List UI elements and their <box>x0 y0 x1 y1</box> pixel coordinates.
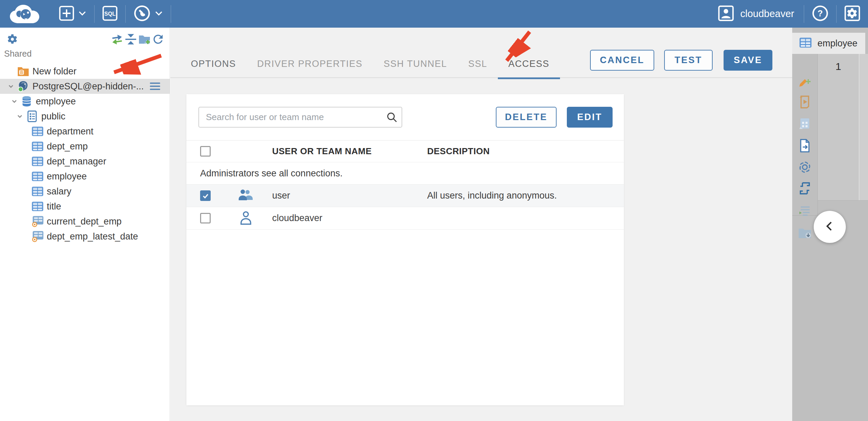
access-row-cloudbeaver[interactable]: cloudbeaver <box>186 207 624 230</box>
tab-ssl[interactable]: SSL <box>458 49 498 78</box>
table-icon <box>31 125 44 137</box>
admin-notice: Administrators see all connections. <box>186 162 624 185</box>
tree-node-dept-manager[interactable]: dept_manager <box>0 154 170 169</box>
tree-node-label: title <box>47 201 61 212</box>
column-user-or-team-name: USER OR TEAM NAME <box>272 146 427 157</box>
sync-arrows-icon <box>110 32 124 47</box>
gear-icon <box>5 32 18 47</box>
tree-node-salary[interactable]: salary <box>0 184 170 199</box>
tools-button[interactable] <box>126 0 171 28</box>
tree-indent <box>19 170 31 183</box>
tree-node-label: salary <box>47 186 71 197</box>
search-box <box>198 107 402 128</box>
svg-text:?: ? <box>817 8 823 18</box>
log-list-icon[interactable] <box>798 204 812 218</box>
add-pencil-icon[interactable] <box>798 76 812 90</box>
tab-access[interactable]: ACCESS <box>498 49 560 78</box>
script-blue-icon[interactable] <box>798 181 812 195</box>
folder-plus-icon <box>137 32 152 47</box>
tree-indent <box>19 185 31 198</box>
user-menu[interactable]: cloudbeaver <box>708 0 804 28</box>
tree-node-label: dept_emp <box>47 141 88 152</box>
search-input[interactable] <box>199 112 382 122</box>
cloudbeaver-logo-icon[interactable] <box>0 3 51 25</box>
tree-node-label: dept_emp_latest_date <box>47 231 138 242</box>
tree-node-employee[interactable]: employee <box>0 169 170 184</box>
refresh-icon <box>151 32 165 47</box>
subject-name: cloudbeaver <box>272 213 427 223</box>
tree-node-new-folder[interactable]: New folder <box>0 64 170 79</box>
tree-section-label: Shared <box>4 49 32 59</box>
delete-button[interactable]: DELETE <box>496 107 557 128</box>
tree-node-label: current_dept_emp <box>47 216 122 227</box>
tree-node-current-dept-emp[interactable]: current_dept_emp <box>0 214 170 229</box>
chevron-down-icon[interactable] <box>5 80 17 92</box>
navigator-settings-button[interactable] <box>5 33 18 47</box>
select-all-checkbox[interactable] <box>200 146 211 157</box>
database-icon <box>20 95 33 107</box>
tree-node-label: New folder <box>32 66 76 77</box>
tree-node-department[interactable]: department <box>0 124 170 139</box>
ai-assistant-icon[interactable] <box>798 160 812 174</box>
chevron-down-icon[interactable] <box>14 110 26 122</box>
collapse-all-button[interactable] <box>124 33 138 47</box>
refresh-button[interactable] <box>151 33 165 47</box>
tree-node-label: dept_manager <box>47 156 106 167</box>
help-button[interactable]: ? <box>804 0 836 28</box>
new-folder-button[interactable] <box>138 33 151 47</box>
access-row-user[interactable]: userAll users, including anonymous. <box>186 185 624 207</box>
column-description: DESCRIPTION <box>427 146 624 157</box>
tree-node-dept-emp-latest-date[interactable]: dept_emp_latest_date <box>0 229 170 244</box>
grid-column <box>859 54 868 200</box>
tree-node-employee[interactable]: employee <box>0 94 170 109</box>
grid-column-divider <box>859 54 859 200</box>
user-name-label: cloudbeaver <box>740 8 794 19</box>
sql-editor-button[interactable]: SQL <box>95 0 125 28</box>
tree-node-public[interactable]: public <box>0 109 170 124</box>
result-panel-collapsed: employee 1 <box>792 28 868 421</box>
tab-driver-properties[interactable]: DRIVER PROPERTIES <box>247 49 373 78</box>
node-context-menu-icon[interactable] <box>149 81 161 91</box>
grid-panel-icon[interactable] <box>798 117 812 131</box>
tab-employee[interactable]: employee <box>792 33 865 54</box>
table-icon <box>31 155 44 168</box>
script-play-icon[interactable] <box>798 95 812 109</box>
tree-indent <box>19 125 31 137</box>
plus-square-icon <box>59 5 74 23</box>
edit-button[interactable]: EDIT <box>567 107 613 128</box>
test-button[interactable]: TEST <box>664 50 713 71</box>
sql-badge-icon: SQL <box>102 5 118 23</box>
table-icon <box>31 185 44 198</box>
subject-description: All users, including anonymous. <box>427 190 624 201</box>
svg-text:SQL: SQL <box>104 11 116 17</box>
sync-connection-button[interactable] <box>110 33 124 47</box>
result-tab-label: employee <box>817 38 857 49</box>
postgresql-icon <box>17 80 29 92</box>
tree-node-dept-emp[interactable]: dept_emp <box>0 139 170 154</box>
tree-node-label: public <box>41 111 66 122</box>
tree-node-title[interactable]: title <box>0 199 170 214</box>
connection-dialog: OPTIONSDRIVER PROPERTIESSSH TUNNELSSLACC… <box>170 28 792 421</box>
tab-options[interactable]: OPTIONS <box>180 49 247 78</box>
chevron-down-icon[interactable] <box>8 95 20 107</box>
expand-panel-button[interactable] <box>814 211 846 243</box>
folder-database-icon <box>17 65 29 77</box>
doc-export-icon[interactable] <box>798 139 812 153</box>
save-button[interactable]: SAVE <box>724 50 772 71</box>
tree-node-postgresql-ep-hidden-[interactable]: PostgreSQL@ep-hidden-... <box>0 79 170 94</box>
folder-download-icon[interactable] <box>798 226 812 240</box>
row-checkbox[interactable] <box>200 213 211 223</box>
view-icon <box>31 230 44 243</box>
cancel-button[interactable]: CANCEL <box>590 50 654 71</box>
row-checkbox[interactable] <box>200 190 211 201</box>
subject-name: user <box>272 190 427 201</box>
access-panel: DELETE EDIT USER OR TEAM NAME DESCRIPTIO… <box>186 94 624 405</box>
table-icon <box>799 37 812 49</box>
tree-indent <box>19 140 31 153</box>
tab-ssh-tunnel[interactable]: SSH TUNNEL <box>373 49 458 78</box>
navigation-sidebar: Shared New folderPostgreSQL@ep-hidden-..… <box>0 28 170 421</box>
gear-square-icon <box>844 5 860 23</box>
new-connection-button[interactable] <box>51 0 94 28</box>
help-icon: ? <box>812 5 829 23</box>
settings-button[interactable] <box>837 0 868 28</box>
